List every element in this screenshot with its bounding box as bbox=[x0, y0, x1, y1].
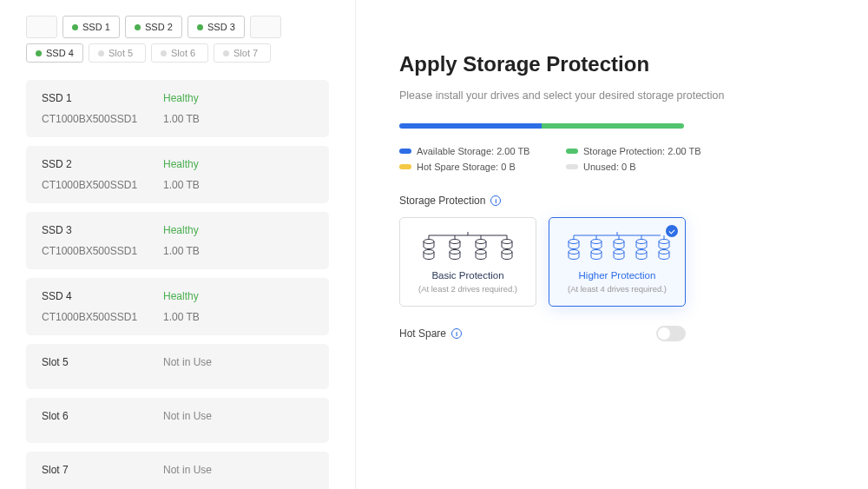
legend-text: Unused: 0 B bbox=[583, 162, 636, 172]
chip-label: SSD 4 bbox=[46, 48, 74, 58]
svg-point-13 bbox=[502, 250, 512, 254]
status-dot-icon bbox=[98, 50, 104, 56]
hotspare-toggle[interactable] bbox=[656, 326, 686, 341]
card-title: Basic Protection bbox=[409, 270, 527, 281]
page-title: Apply Storage Protection bbox=[399, 52, 807, 76]
svg-point-21 bbox=[591, 250, 602, 254]
slot-chip-ssd3[interactable]: SSD 3 bbox=[187, 16, 245, 38]
pill-icon bbox=[566, 149, 578, 154]
drive-status: Not in Use bbox=[163, 464, 212, 476]
svg-point-17 bbox=[569, 240, 579, 244]
drive-card[interactable]: Slot 6Not in Use bbox=[26, 398, 329, 443]
svg-point-30 bbox=[659, 250, 669, 254]
drive-name: SSD 4 bbox=[42, 290, 163, 302]
drive-name: Slot 7 bbox=[42, 464, 163, 476]
label-text: Hot Spare bbox=[399, 327, 446, 340]
drive-card[interactable]: SSD 1Healthy CT1000BX500SSD11.00 TB bbox=[26, 80, 329, 137]
svg-point-29 bbox=[659, 240, 669, 244]
slot-chip-slot7[interactable]: Slot 7 bbox=[214, 43, 271, 63]
drive-size: 1.00 TB bbox=[163, 113, 200, 125]
drive-card[interactable]: SSD 2Healthy CT1000BX500SSD11.00 TB bbox=[26, 146, 329, 203]
status-dot-icon bbox=[161, 50, 167, 56]
protection-options: Basic Protection (At least 2 drives requ… bbox=[399, 217, 807, 307]
svg-point-18 bbox=[569, 250, 579, 254]
drive-status: Not in Use bbox=[163, 356, 212, 368]
svg-point-27 bbox=[636, 250, 647, 254]
pill-icon bbox=[399, 164, 411, 169]
drive-list-panel: SSD 1 SSD 2 SSD 3 SSD 4 Slot 5 Slot 6 Sl… bbox=[0, 0, 356, 489]
svg-point-9 bbox=[476, 240, 486, 244]
legend-unused: Unused: 0 B bbox=[566, 162, 712, 172]
slot-chip-ssd1[interactable]: SSD 1 bbox=[62, 16, 120, 38]
chip-label: Slot 7 bbox=[233, 48, 258, 58]
svg-point-10 bbox=[476, 250, 486, 254]
drive-name: SSD 3 bbox=[42, 224, 163, 236]
chip-label: Slot 5 bbox=[108, 48, 133, 58]
pill-icon bbox=[399, 149, 411, 154]
slot-chip-ssd4[interactable]: SSD 4 bbox=[26, 43, 83, 63]
drive-size: 1.00 TB bbox=[163, 245, 200, 257]
drive-card[interactable]: Slot 7Not in Use bbox=[26, 452, 329, 489]
card-subtitle: (At least 4 drives required.) bbox=[558, 284, 676, 294]
svg-point-3 bbox=[424, 240, 434, 244]
higher-protection-card[interactable]: Higher Protection (At least 4 drives req… bbox=[549, 217, 686, 307]
svg-point-24 bbox=[614, 250, 624, 254]
drive-card[interactable]: SSD 3Healthy CT1000BX500SSD11.00 TB bbox=[26, 212, 329, 269]
svg-point-4 bbox=[424, 250, 434, 254]
drive-name: SSD 2 bbox=[42, 158, 163, 170]
card-title: Higher Protection bbox=[558, 270, 676, 281]
legend-text: Storage Protection: 2.00 TB bbox=[583, 146, 701, 156]
drive-model: CT1000BX500SSD1 bbox=[42, 179, 163, 191]
status-dot-icon bbox=[72, 24, 78, 30]
svg-point-6 bbox=[450, 240, 460, 244]
hotspare-label: Hot Spare i bbox=[399, 327, 462, 340]
drive-status: Not in Use bbox=[163, 410, 212, 422]
drive-status: Healthy bbox=[163, 290, 199, 302]
chip-label: SSD 3 bbox=[207, 22, 235, 32]
info-icon[interactable]: i bbox=[451, 328, 462, 339]
label-text: Storage Protection bbox=[399, 195, 485, 207]
chip-blank bbox=[250, 16, 281, 38]
drive-card[interactable]: Slot 5Not in Use bbox=[26, 344, 329, 389]
legend-text: Hot Spare Storage: 0 B bbox=[417, 162, 516, 172]
status-dot-icon bbox=[197, 24, 203, 30]
slot-chip-ssd2[interactable]: SSD 2 bbox=[125, 16, 182, 38]
slot-chip-slot5[interactable]: Slot 5 bbox=[89, 43, 146, 63]
svg-point-23 bbox=[614, 240, 624, 244]
pill-icon bbox=[566, 164, 578, 169]
raid-higher-icon bbox=[558, 232, 676, 261]
svg-point-26 bbox=[636, 240, 647, 244]
drive-model: CT1000BX500SSD1 bbox=[42, 311, 163, 323]
svg-point-7 bbox=[450, 250, 460, 254]
drive-name: SSD 1 bbox=[42, 92, 163, 104]
slot-chip-slot6[interactable]: Slot 6 bbox=[151, 43, 208, 63]
chip-label: Slot 6 bbox=[171, 48, 195, 58]
drive-card[interactable]: SSD 4Healthy CT1000BX500SSD11.00 TB bbox=[26, 278, 329, 335]
legend-text: Available Storage: 2.00 TB bbox=[417, 146, 529, 156]
drive-model: CT1000BX500SSD1 bbox=[42, 113, 163, 125]
legend-protection: Storage Protection: 2.00 TB bbox=[566, 146, 712, 156]
raid-basic-icon bbox=[409, 232, 527, 261]
chip-label: SSD 2 bbox=[145, 22, 173, 32]
drive-size: 1.00 TB bbox=[163, 179, 200, 191]
drive-name: Slot 5 bbox=[42, 356, 163, 368]
drive-size: 1.00 TB bbox=[163, 311, 200, 323]
basic-protection-card[interactable]: Basic Protection (At least 2 drives requ… bbox=[399, 217, 536, 307]
storage-bar bbox=[399, 123, 684, 129]
svg-point-12 bbox=[502, 240, 512, 244]
check-icon bbox=[666, 225, 678, 237]
slot-chip-row: SSD 1 SSD 2 SSD 3 SSD 4 Slot 5 Slot 6 Sl… bbox=[26, 16, 329, 63]
status-dot-icon bbox=[223, 50, 229, 56]
legend-hotspare: Hot Spare Storage: 0 B bbox=[399, 162, 545, 172]
drive-status: Healthy bbox=[163, 158, 199, 170]
info-icon[interactable]: i bbox=[490, 195, 501, 206]
bar-available bbox=[399, 123, 542, 129]
storage-protection-label: Storage Protection i bbox=[399, 195, 807, 207]
drive-model: CT1000BX500SSD1 bbox=[42, 245, 163, 257]
storage-legend: Available Storage: 2.00 TB Storage Prote… bbox=[399, 146, 712, 172]
status-dot-icon bbox=[135, 24, 141, 30]
status-dot-icon bbox=[36, 50, 42, 56]
card-subtitle: (At least 2 drives required.) bbox=[409, 284, 527, 294]
legend-available: Available Storage: 2.00 TB bbox=[399, 146, 545, 156]
chip-blank bbox=[26, 16, 57, 38]
